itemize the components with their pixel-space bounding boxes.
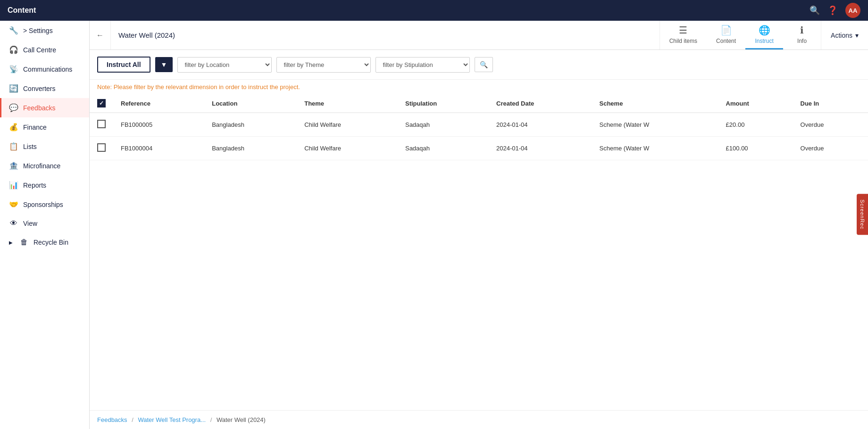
sidebar-item-label: Reports: [23, 182, 46, 189]
communications-icon: 📡: [9, 65, 18, 74]
table-wrapper: ✓ Reference Location Theme Stipulation C…: [90, 94, 868, 410]
search-button[interactable]: 🔍: [475, 57, 493, 72]
help-icon[interactable]: ❓: [827, 5, 838, 16]
table-row: FB1000004 Bangladesh Child Welfare Sadaq…: [90, 137, 868, 160]
tab-label: Child items: [669, 38, 697, 44]
sidebar-item-view[interactable]: 👁 View: [0, 214, 89, 233]
filter-toggle-button[interactable]: ▼: [155, 57, 173, 72]
select-all-checkbox-header[interactable]: ✓: [90, 94, 113, 113]
sidebar-item-feedbacks[interactable]: 💬 Feedbacks: [0, 98, 89, 117]
table-row: FB1000005 Bangladesh Child Welfare Sadaq…: [90, 113, 868, 137]
cell-stipulation: Sadaqah: [398, 113, 489, 137]
actions-button[interactable]: Actions ▾: [821, 21, 868, 50]
col-location: Location: [204, 94, 297, 113]
content-header: ← ☰ Child items 📄 Content 🌐 Instruct ℹ I…: [90, 21, 868, 50]
cell-reference: FB1000004: [113, 137, 204, 160]
info-icon: ℹ: [800, 25, 804, 36]
microfinance-icon: 🏦: [9, 161, 18, 170]
tab-child-items[interactable]: ☰ Child items: [660, 21, 707, 50]
sidebar-item-communications[interactable]: 📡 Communications: [0, 59, 89, 79]
back-button[interactable]: ←: [90, 21, 111, 50]
page-title-input[interactable]: [111, 21, 659, 50]
breadcrumb-current: Water Well (2024): [217, 416, 266, 423]
sidebar-item-label: Microfinance: [23, 162, 60, 170]
filter-stipulation-select[interactable]: filter by Stipulation: [376, 57, 470, 73]
app-title: Content: [8, 6, 36, 15]
view-icon: 👁: [9, 219, 18, 228]
actions-arrow-icon: ▾: [855, 32, 859, 39]
breadcrumb-link-water-well-test[interactable]: Water Well Test Progra...: [138, 416, 206, 423]
sidebar-item-converters[interactable]: 🔄 Converters: [0, 79, 89, 98]
sidebar-item-label: Finance: [23, 124, 47, 131]
row-checkbox[interactable]: [97, 120, 106, 128]
breadcrumb-sep-2: /: [210, 416, 212, 423]
breadcrumb-sep-1: /: [132, 416, 134, 423]
sidebar-item-label: Recycle Bin: [33, 239, 68, 246]
content-area: ← ☰ Child items 📄 Content 🌐 Instruct ℹ I…: [90, 21, 868, 429]
filter-location-select[interactable]: filter by Location: [177, 57, 272, 73]
sidebar-item-recycle-bin[interactable]: ▶ 🗑 Recycle Bin: [0, 233, 89, 252]
sidebar-item-reports[interactable]: 📊 Reports: [0, 175, 89, 195]
col-scheme: Scheme: [592, 94, 718, 113]
breadcrumb-link-feedbacks[interactable]: Feedbacks: [97, 416, 127, 423]
sidebar-item-settings[interactable]: 🔧 > Settings: [0, 21, 89, 40]
cell-theme: Child Welfare: [297, 137, 398, 160]
row-checkbox-cell[interactable]: [90, 137, 113, 160]
sidebar-item-label: Communications: [23, 66, 72, 73]
lists-icon: 📋: [9, 142, 18, 151]
cell-due-in: Overdue: [793, 137, 868, 160]
col-reference: Reference: [113, 94, 204, 113]
instruct-icon: 🌐: [759, 25, 770, 36]
sidebar-item-label: Call Centre: [23, 46, 56, 54]
cell-stipulation: Sadaqah: [398, 137, 489, 160]
row-checkbox-cell[interactable]: [90, 113, 113, 137]
sidebar-item-label: Feedbacks: [23, 104, 55, 112]
col-created-date: Created Date: [489, 94, 592, 113]
data-table: ✓ Reference Location Theme Stipulation C…: [90, 94, 868, 160]
sidebar-item-label: Converters: [23, 85, 55, 92]
cell-scheme: Scheme (Water W: [592, 137, 718, 160]
filter-theme-select[interactable]: filter by Theme: [276, 57, 371, 73]
cell-created-date: 2024-01-04: [489, 137, 592, 160]
sidebar-item-label: Lists: [23, 143, 37, 150]
finance-icon: 💰: [9, 123, 18, 132]
cell-theme: Child Welfare: [297, 113, 398, 137]
tab-content[interactable]: 📄 Content: [707, 21, 745, 50]
sidebar-item-microfinance[interactable]: 🏦 Microfinance: [0, 156, 89, 175]
child-items-icon: ☰: [679, 25, 687, 36]
tab-label: Content: [716, 38, 736, 44]
note-bar: Note: Please filter by the relevant dime…: [90, 80, 868, 94]
sidebar-item-call-centre[interactable]: 🎧 Call Centre: [0, 40, 89, 59]
settings-icon: 🔧: [9, 26, 18, 35]
cell-created-date: 2024-01-04: [489, 113, 592, 137]
expand-arrow-icon: ▶: [9, 240, 13, 245]
col-theme: Theme: [297, 94, 398, 113]
sidebar-item-label: View: [23, 220, 37, 227]
header-tabs: ☰ Child items 📄 Content 🌐 Instruct ℹ Inf…: [659, 21, 821, 50]
content-icon: 📄: [720, 25, 732, 36]
tab-label: Info: [797, 38, 807, 44]
actions-label: Actions: [831, 32, 852, 39]
col-due-in: Due In: [793, 94, 868, 113]
table-header-row: ✓ Reference Location Theme Stipulation C…: [90, 94, 868, 113]
avatar[interactable]: AA: [845, 3, 860, 18]
search-icon[interactable]: 🔍: [810, 5, 820, 16]
row-checkbox[interactable]: [97, 143, 106, 152]
cell-due-in: Overdue: [793, 113, 868, 137]
cell-amount: £20.00: [718, 113, 793, 137]
cell-reference: FB1000005: [113, 113, 204, 137]
tab-info[interactable]: ℹ Info: [783, 21, 821, 50]
col-stipulation: Stipulation: [398, 94, 489, 113]
sidebar-item-finance[interactable]: 💰 Finance: [0, 117, 89, 137]
sidebar-item-lists[interactable]: 📋 Lists: [0, 137, 89, 156]
select-all-checkbox[interactable]: ✓: [97, 99, 106, 107]
converters-icon: 🔄: [9, 84, 18, 93]
sidebar-item-label: Sponsorships: [23, 201, 63, 208]
instruct-all-button[interactable]: Instruct All: [97, 57, 150, 73]
cell-scheme: Scheme (Water W: [592, 113, 718, 137]
sidebar-item-label: > Settings: [23, 27, 53, 34]
call-centre-icon: 🎧: [9, 45, 18, 54]
screentec-widget[interactable]: ScreenRec: [857, 194, 868, 235]
tab-instruct[interactable]: 🌐 Instruct: [745, 21, 783, 50]
sidebar-item-sponsorships[interactable]: 🤝 Sponsorships: [0, 195, 89, 214]
